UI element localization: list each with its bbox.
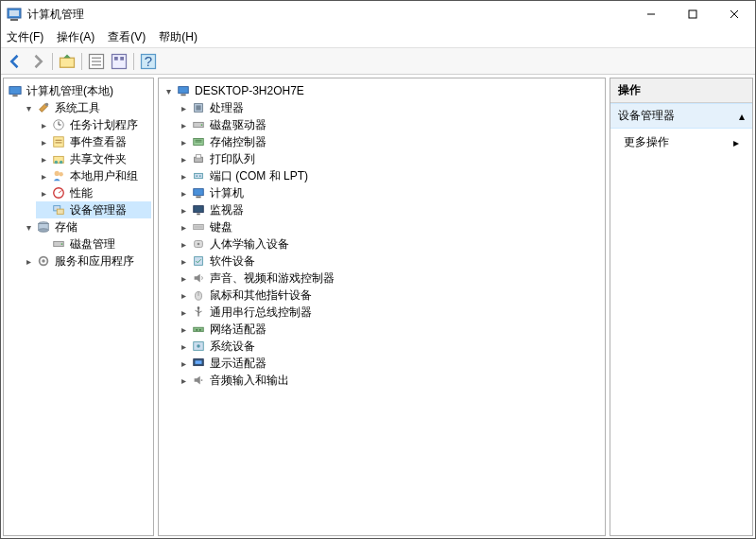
- expand-icon[interactable]: ▸: [178, 136, 189, 148]
- svg-point-64: [198, 243, 200, 246]
- expand-icon[interactable]: ▸: [38, 119, 49, 130]
- maximize-button[interactable]: [672, 1, 713, 27]
- mice-icon: [191, 287, 206, 303]
- device-category-label: 网络适配器: [210, 322, 266, 338]
- tree-system-tools[interactable]: ▾ 系统工具: [21, 99, 151, 116]
- minimize-button[interactable]: [630, 1, 672, 27]
- menu-bar: 文件(F) 操作(A) 查看(V) 帮助(H): [1, 27, 755, 48]
- expand-icon[interactable]: ▸: [38, 153, 49, 165]
- tree-storage[interactable]: ▾ 存储: [21, 218, 151, 235]
- svg-point-28: [60, 161, 63, 165]
- device-category-label: 监视器: [210, 202, 244, 218]
- tree-label: 系统工具: [55, 100, 100, 116]
- actions-more[interactable]: 更多操作 ▸: [610, 129, 752, 156]
- device-category-ports[interactable]: ▸端口 (COM 和 LPT): [176, 167, 603, 184]
- expand-icon[interactable]: ▸: [178, 187, 189, 199]
- tree-event-viewer[interactable]: ▸ 事件查看器: [36, 133, 151, 150]
- expand-icon[interactable]: ▸: [23, 255, 34, 267]
- device-category-diskDrives[interactable]: ▸磁盘驱动器: [176, 116, 603, 133]
- svg-point-19: [45, 103, 49, 107]
- collapse-icon[interactable]: ▾: [23, 102, 34, 113]
- expand-icon[interactable]: ▸: [178, 357, 189, 369]
- expand-icon[interactable]: ▸: [178, 255, 189, 267]
- disk-icon: [51, 236, 66, 252]
- toolbar: ?: [1, 48, 755, 75]
- hid-icon: [191, 236, 206, 252]
- folder-shared-icon: [51, 151, 66, 166]
- tree-services[interactable]: ▸ 服务和应用程序: [21, 252, 151, 270]
- expand-icon[interactable]: ▸: [178, 323, 189, 335]
- expand-icon[interactable]: ▸: [178, 272, 189, 284]
- device-category-storageCtrl[interactable]: ▸存储控制器: [176, 133, 603, 150]
- expand-icon[interactable]: ▸: [178, 221, 189, 233]
- device-category-printQueues[interactable]: ▸打印队列: [176, 150, 603, 167]
- expand-icon[interactable]: ▸: [178, 119, 189, 130]
- menu-help[interactable]: 帮助(H): [159, 29, 198, 45]
- device-category-cpu[interactable]: ▸处理器: [176, 99, 603, 116]
- expand-icon[interactable]: ▸: [178, 238, 189, 250]
- device-host[interactable]: ▾ DESKTOP-3H2OH7E: [161, 82, 603, 99]
- tree-device-manager[interactable]: 设备管理器: [36, 201, 151, 218]
- actions-selected[interactable]: 设备管理器 ▴: [610, 103, 752, 129]
- expand-icon[interactable]: ▸: [178, 289, 189, 301]
- device-category-sound[interactable]: ▸声音、视频和游戏控制器: [176, 270, 603, 287]
- device-category-system[interactable]: ▸系统设备: [176, 338, 603, 355]
- network-icon: [191, 322, 206, 337]
- expand-icon[interactable]: ▸: [178, 306, 189, 318]
- device-category-computer[interactable]: ▸计算机: [176, 184, 603, 201]
- menu-file[interactable]: 文件(F): [7, 29, 43, 45]
- toolbar-up-button[interactable]: [57, 51, 77, 72]
- actions-more-label: 更多操作: [624, 134, 669, 150]
- actions-pane: 操作 设备管理器 ▴ 更多操作 ▸: [610, 78, 753, 536]
- tree-root-label: 计算机管理(本地): [26, 83, 113, 99]
- expand-icon[interactable]: ▸: [178, 153, 189, 165]
- submenu-arrow-icon: ▸: [733, 136, 739, 149]
- collapse-icon[interactable]: ▾: [163, 85, 174, 96]
- toolbar-forward-button[interactable]: [27, 51, 48, 72]
- device-category-software[interactable]: ▸软件设备: [176, 252, 603, 270]
- device-category-mice[interactable]: ▸鼠标和其他指针设备: [176, 287, 603, 304]
- tree-root[interactable]: 计算机管理(本地): [6, 82, 151, 99]
- toolbar-props-button[interactable]: [86, 51, 107, 72]
- expand-icon[interactable]: ▸: [178, 340, 189, 352]
- svg-point-37: [39, 229, 49, 233]
- device-category-keyboards[interactable]: ▸键盘: [176, 218, 603, 235]
- tree-disk-mgmt[interactable]: 磁盘管理: [36, 235, 151, 252]
- tree-label: 任务计划程序: [70, 117, 138, 133]
- device-category-network[interactable]: ▸网络适配器: [176, 321, 603, 338]
- collapse-icon[interactable]: ▾: [23, 221, 34, 233]
- svg-rect-2: [9, 10, 19, 16]
- software-icon: [191, 253, 206, 269]
- menu-action[interactable]: 操作(A): [57, 29, 94, 45]
- tree-label: 性能: [70, 185, 93, 201]
- device-category-monitors[interactable]: ▸监视器: [176, 201, 603, 218]
- tree-local-users[interactable]: ▸ 本地用户和组: [36, 167, 151, 184]
- device-category-hid[interactable]: ▸人体学输入设备: [176, 235, 603, 252]
- expand-icon[interactable]: ▸: [178, 204, 189, 216]
- toolbar-refresh-button[interactable]: [109, 51, 129, 72]
- expand-icon[interactable]: ▸: [38, 187, 49, 199]
- device-tree[interactable]: ▾ DESKTOP-3H2OH7E ▸处理器▸磁盘驱动器▸存储控制器▸打印队列▸…: [158, 78, 606, 536]
- display-icon: [191, 356, 206, 371]
- tree-shared-folders[interactable]: ▸ 共享文件夹: [36, 150, 151, 167]
- svg-rect-23: [54, 137, 64, 148]
- expand-icon[interactable]: ▸: [178, 102, 189, 113]
- navigation-tree[interactable]: 计算机管理(本地) ▾ 系统工具 ▸: [3, 78, 154, 536]
- expand-icon[interactable]: ▸: [178, 170, 189, 182]
- device-category-audio[interactable]: ▸音频输入和输出: [176, 372, 603, 389]
- menu-view[interactable]: 查看(V): [108, 29, 146, 45]
- tree-task-scheduler[interactable]: ▸ 任务计划程序: [36, 116, 151, 133]
- close-button[interactable]: [713, 1, 755, 27]
- title-bar[interactable]: 计算机管理: [1, 1, 755, 27]
- expand-icon[interactable]: ▸: [178, 374, 189, 386]
- tree-performance[interactable]: ▸ 性能: [36, 184, 151, 201]
- toolbar-help-button[interactable]: ?: [138, 51, 159, 72]
- device-category-usb[interactable]: ▸通用串行总线控制器: [176, 304, 603, 321]
- expand-icon[interactable]: ▸: [38, 170, 49, 182]
- toolbar-back-button[interactable]: [5, 51, 26, 72]
- device-category-label: 打印队列: [210, 151, 255, 167]
- expand-icon[interactable]: ▸: [38, 136, 49, 148]
- svg-rect-53: [195, 173, 203, 178]
- actions-selected-label: 设备管理器: [618, 108, 675, 124]
- device-category-display[interactable]: ▸显示适配器: [176, 355, 603, 372]
